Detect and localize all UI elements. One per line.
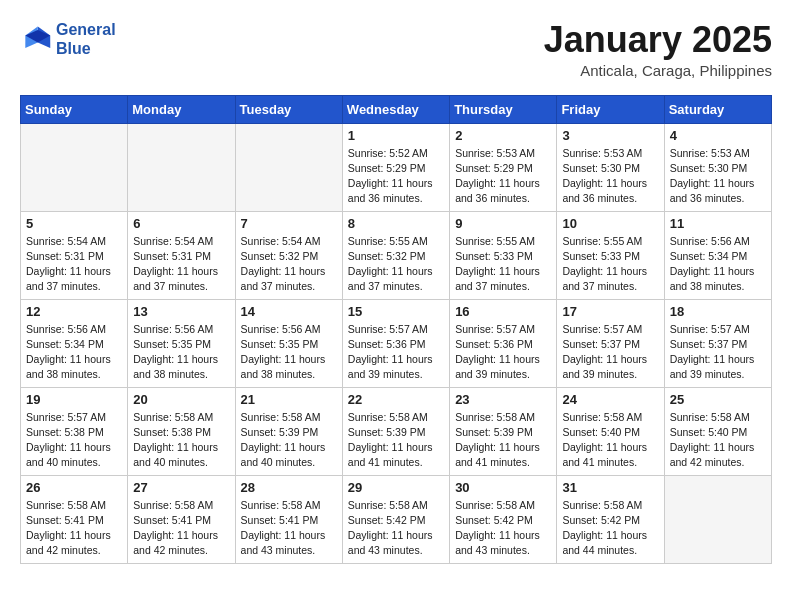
calendar-cell: 10Sunrise: 5:55 AM Sunset: 5:33 PM Dayli… xyxy=(557,211,664,299)
calendar-cell xyxy=(235,123,342,211)
calendar-cell: 26Sunrise: 5:58 AM Sunset: 5:41 PM Dayli… xyxy=(21,475,128,563)
calendar-week-4: 19Sunrise: 5:57 AM Sunset: 5:38 PM Dayli… xyxy=(21,387,772,475)
logo: General Blue xyxy=(20,20,116,58)
day-info: Sunrise: 5:58 AM Sunset: 5:42 PM Dayligh… xyxy=(562,498,658,559)
calendar-cell: 29Sunrise: 5:58 AM Sunset: 5:42 PM Dayli… xyxy=(342,475,449,563)
calendar-cell: 16Sunrise: 5:57 AM Sunset: 5:36 PM Dayli… xyxy=(450,299,557,387)
day-info: Sunrise: 5:55 AM Sunset: 5:33 PM Dayligh… xyxy=(562,234,658,295)
calendar-cell: 23Sunrise: 5:58 AM Sunset: 5:39 PM Dayli… xyxy=(450,387,557,475)
day-number: 13 xyxy=(133,304,229,319)
title-block: January 2025 Anticala, Caraga, Philippin… xyxy=(544,20,772,79)
day-number: 19 xyxy=(26,392,122,407)
calendar-cell: 7Sunrise: 5:54 AM Sunset: 5:32 PM Daylig… xyxy=(235,211,342,299)
calendar-cell: 13Sunrise: 5:56 AM Sunset: 5:35 PM Dayli… xyxy=(128,299,235,387)
day-number: 7 xyxy=(241,216,337,231)
day-info: Sunrise: 5:54 AM Sunset: 5:31 PM Dayligh… xyxy=(26,234,122,295)
calendar-week-1: 1Sunrise: 5:52 AM Sunset: 5:29 PM Daylig… xyxy=(21,123,772,211)
day-info: Sunrise: 5:58 AM Sunset: 5:41 PM Dayligh… xyxy=(133,498,229,559)
day-number: 29 xyxy=(348,480,444,495)
calendar-cell xyxy=(128,123,235,211)
day-info: Sunrise: 5:54 AM Sunset: 5:32 PM Dayligh… xyxy=(241,234,337,295)
calendar-cell: 15Sunrise: 5:57 AM Sunset: 5:36 PM Dayli… xyxy=(342,299,449,387)
calendar-cell: 14Sunrise: 5:56 AM Sunset: 5:35 PM Dayli… xyxy=(235,299,342,387)
day-number: 3 xyxy=(562,128,658,143)
day-number: 5 xyxy=(26,216,122,231)
calendar-cell: 1Sunrise: 5:52 AM Sunset: 5:29 PM Daylig… xyxy=(342,123,449,211)
day-info: Sunrise: 5:58 AM Sunset: 5:39 PM Dayligh… xyxy=(241,410,337,471)
day-info: Sunrise: 5:58 AM Sunset: 5:41 PM Dayligh… xyxy=(241,498,337,559)
calendar-cell: 2Sunrise: 5:53 AM Sunset: 5:29 PM Daylig… xyxy=(450,123,557,211)
weekday-header-friday: Friday xyxy=(557,95,664,123)
day-number: 12 xyxy=(26,304,122,319)
day-info: Sunrise: 5:56 AM Sunset: 5:34 PM Dayligh… xyxy=(26,322,122,383)
day-number: 28 xyxy=(241,480,337,495)
day-number: 18 xyxy=(670,304,766,319)
day-number: 21 xyxy=(241,392,337,407)
day-number: 27 xyxy=(133,480,229,495)
weekday-header-monday: Monday xyxy=(128,95,235,123)
day-info: Sunrise: 5:57 AM Sunset: 5:37 PM Dayligh… xyxy=(670,322,766,383)
calendar-cell: 24Sunrise: 5:58 AM Sunset: 5:40 PM Dayli… xyxy=(557,387,664,475)
day-number: 17 xyxy=(562,304,658,319)
calendar-cell: 4Sunrise: 5:53 AM Sunset: 5:30 PM Daylig… xyxy=(664,123,771,211)
day-number: 11 xyxy=(670,216,766,231)
calendar-table: SundayMondayTuesdayWednesdayThursdayFrid… xyxy=(20,95,772,564)
calendar-cell: 8Sunrise: 5:55 AM Sunset: 5:32 PM Daylig… xyxy=(342,211,449,299)
logo-text: General Blue xyxy=(56,20,116,58)
weekday-header-sunday: Sunday xyxy=(21,95,128,123)
calendar-cell: 30Sunrise: 5:58 AM Sunset: 5:42 PM Dayli… xyxy=(450,475,557,563)
calendar-cell: 28Sunrise: 5:58 AM Sunset: 5:41 PM Dayli… xyxy=(235,475,342,563)
calendar-cell xyxy=(21,123,128,211)
day-info: Sunrise: 5:58 AM Sunset: 5:38 PM Dayligh… xyxy=(133,410,229,471)
calendar-cell: 18Sunrise: 5:57 AM Sunset: 5:37 PM Dayli… xyxy=(664,299,771,387)
day-info: Sunrise: 5:58 AM Sunset: 5:39 PM Dayligh… xyxy=(455,410,551,471)
day-info: Sunrise: 5:57 AM Sunset: 5:37 PM Dayligh… xyxy=(562,322,658,383)
day-number: 14 xyxy=(241,304,337,319)
calendar-cell: 19Sunrise: 5:57 AM Sunset: 5:38 PM Dayli… xyxy=(21,387,128,475)
calendar-cell: 5Sunrise: 5:54 AM Sunset: 5:31 PM Daylig… xyxy=(21,211,128,299)
day-number: 31 xyxy=(562,480,658,495)
day-info: Sunrise: 5:57 AM Sunset: 5:36 PM Dayligh… xyxy=(455,322,551,383)
weekday-header-thursday: Thursday xyxy=(450,95,557,123)
day-number: 23 xyxy=(455,392,551,407)
day-number: 30 xyxy=(455,480,551,495)
calendar-cell: 27Sunrise: 5:58 AM Sunset: 5:41 PM Dayli… xyxy=(128,475,235,563)
weekday-header-row: SundayMondayTuesdayWednesdayThursdayFrid… xyxy=(21,95,772,123)
calendar-cell: 22Sunrise: 5:58 AM Sunset: 5:39 PM Dayli… xyxy=(342,387,449,475)
calendar-cell: 20Sunrise: 5:58 AM Sunset: 5:38 PM Dayli… xyxy=(128,387,235,475)
weekday-header-tuesday: Tuesday xyxy=(235,95,342,123)
day-info: Sunrise: 5:56 AM Sunset: 5:35 PM Dayligh… xyxy=(241,322,337,383)
day-number: 6 xyxy=(133,216,229,231)
day-number: 10 xyxy=(562,216,658,231)
day-number: 15 xyxy=(348,304,444,319)
page-header: General Blue January 2025 Anticala, Cara… xyxy=(20,20,772,79)
day-info: Sunrise: 5:58 AM Sunset: 5:41 PM Dayligh… xyxy=(26,498,122,559)
calendar-cell: 3Sunrise: 5:53 AM Sunset: 5:30 PM Daylig… xyxy=(557,123,664,211)
day-info: Sunrise: 5:53 AM Sunset: 5:29 PM Dayligh… xyxy=(455,146,551,207)
calendar-cell: 17Sunrise: 5:57 AM Sunset: 5:37 PM Dayli… xyxy=(557,299,664,387)
day-info: Sunrise: 5:52 AM Sunset: 5:29 PM Dayligh… xyxy=(348,146,444,207)
day-number: 16 xyxy=(455,304,551,319)
day-info: Sunrise: 5:53 AM Sunset: 5:30 PM Dayligh… xyxy=(562,146,658,207)
calendar-cell: 9Sunrise: 5:55 AM Sunset: 5:33 PM Daylig… xyxy=(450,211,557,299)
calendar-cell: 6Sunrise: 5:54 AM Sunset: 5:31 PM Daylig… xyxy=(128,211,235,299)
day-number: 22 xyxy=(348,392,444,407)
day-info: Sunrise: 5:58 AM Sunset: 5:39 PM Dayligh… xyxy=(348,410,444,471)
location-subtitle: Anticala, Caraga, Philippines xyxy=(544,62,772,79)
day-number: 25 xyxy=(670,392,766,407)
day-info: Sunrise: 5:56 AM Sunset: 5:35 PM Dayligh… xyxy=(133,322,229,383)
calendar-cell: 12Sunrise: 5:56 AM Sunset: 5:34 PM Dayli… xyxy=(21,299,128,387)
day-number: 24 xyxy=(562,392,658,407)
day-number: 20 xyxy=(133,392,229,407)
weekday-header-saturday: Saturday xyxy=(664,95,771,123)
day-info: Sunrise: 5:57 AM Sunset: 5:36 PM Dayligh… xyxy=(348,322,444,383)
day-info: Sunrise: 5:58 AM Sunset: 5:42 PM Dayligh… xyxy=(348,498,444,559)
month-title: January 2025 xyxy=(544,20,772,60)
calendar-cell: 25Sunrise: 5:58 AM Sunset: 5:40 PM Dayli… xyxy=(664,387,771,475)
day-info: Sunrise: 5:56 AM Sunset: 5:34 PM Dayligh… xyxy=(670,234,766,295)
day-info: Sunrise: 5:55 AM Sunset: 5:33 PM Dayligh… xyxy=(455,234,551,295)
day-info: Sunrise: 5:53 AM Sunset: 5:30 PM Dayligh… xyxy=(670,146,766,207)
calendar-cell: 31Sunrise: 5:58 AM Sunset: 5:42 PM Dayli… xyxy=(557,475,664,563)
day-number: 2 xyxy=(455,128,551,143)
calendar-cell: 11Sunrise: 5:56 AM Sunset: 5:34 PM Dayli… xyxy=(664,211,771,299)
